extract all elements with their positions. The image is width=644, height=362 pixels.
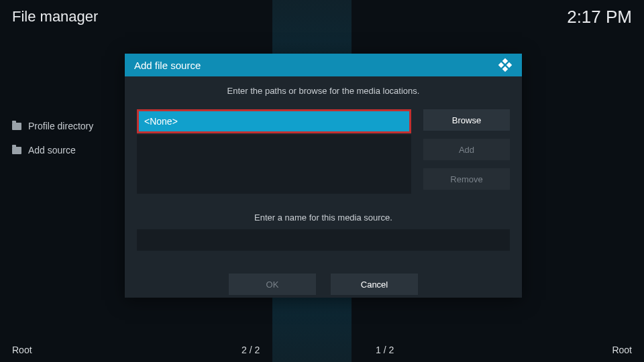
dialog-header: Add file source — [125, 54, 522, 76]
sidebar-item-label: Profile directory — [28, 121, 93, 131]
status-right-count: 1 / 2 — [376, 345, 394, 355]
svg-rect-1 — [498, 62, 504, 68]
folder-icon — [12, 123, 21, 130]
path-input-selected[interactable]: <None> — [137, 109, 411, 133]
browse-button[interactable]: Browse — [423, 109, 510, 131]
cancel-button[interactable]: Cancel — [331, 274, 418, 295]
remove-button[interactable]: Remove — [423, 168, 510, 190]
page-title: File manager — [12, 8, 98, 25]
ok-button[interactable]: OK — [229, 274, 316, 295]
dialog-body: Enter the paths or browse for the media … — [125, 76, 522, 304]
source-name-input[interactable] — [137, 229, 510, 251]
folder-icon — [12, 147, 21, 154]
svg-rect-0 — [502, 58, 508, 64]
status-left-count: 2 / 2 — [241, 345, 260, 355]
sidebar-item-add-source[interactable]: Add source — [9, 138, 96, 162]
sidebar-item-profile-directory[interactable]: Profile directory — [9, 114, 96, 138]
dialog-title: Add file source — [134, 60, 201, 71]
paths-prompt: Enter the paths or browse for the media … — [137, 86, 510, 96]
clock: 2:17 PM — [567, 7, 632, 27]
svg-rect-3 — [502, 66, 508, 72]
path-list-empty-area[interactable] — [137, 135, 411, 194]
path-buttons: Browse Add Remove — [423, 109, 510, 194]
add-button[interactable]: Add — [423, 139, 510, 160]
name-prompt: Enter a name for this media source. — [137, 213, 510, 223]
status-right-label: Root — [612, 345, 632, 355]
kodi-logo-icon — [498, 58, 513, 72]
paths-row: <None> Browse Add Remove — [137, 109, 510, 194]
svg-rect-2 — [506, 62, 512, 68]
status-left-label: Root — [12, 345, 32, 355]
add-file-source-dialog: Add file source Enter the paths or brows… — [125, 54, 522, 298]
sidebar: Profile directory Add source — [9, 114, 96, 162]
dialog-footer: OK Cancel — [137, 274, 510, 295]
paths-list: <None> — [137, 109, 411, 194]
status-bar: Root 2 / 2 1 / 2 Root — [0, 345, 644, 355]
sidebar-item-label: Add source — [28, 145, 76, 156]
